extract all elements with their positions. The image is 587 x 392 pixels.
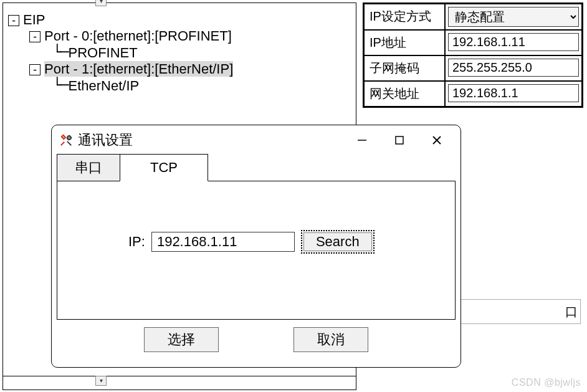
comm-settings-dialog: 通讯设置 串口 TCP IP: Search 选择 取消: [51, 125, 461, 368]
tools-icon: [59, 133, 73, 147]
collapse-icon[interactable]: -: [29, 31, 41, 42]
box-corner-icon: 口: [565, 304, 578, 320]
prop-row-subnet: 子网掩码: [365, 55, 581, 80]
tree-node-port0[interactable]: -Port - 0:[ethernet]:[PROFINET]: [8, 28, 351, 44]
ip-label: IP:: [128, 234, 145, 250]
tree-node-port0-child[interactable]: └─PROFINET: [8, 44, 351, 61]
tab-body-tcp: IP: Search: [57, 181, 456, 320]
tree-node-label: EtherNet/IP: [69, 78, 140, 93]
dialog-button-row: 选择 取消: [52, 327, 461, 361]
tab-serial[interactable]: 串口: [57, 154, 120, 181]
ip-mode-select[interactable]: 静态配置: [448, 7, 579, 27]
search-button[interactable]: Search: [301, 230, 375, 254]
cancel-button[interactable]: 取消: [294, 327, 368, 352]
watermark: CSDN @bjwljs: [512, 377, 581, 388]
tab-bar: 串口 TCP: [52, 155, 461, 181]
tree-connector-icon: └─: [53, 44, 69, 60]
minimize-icon: [356, 134, 368, 146]
tree-node-port1[interactable]: -Port - 1:[ethernet]:[EtherNet/IP]: [8, 61, 351, 77]
dialog-title: 通讯设置: [78, 131, 133, 150]
tree-node-root[interactable]: -EIP: [8, 12, 351, 28]
panel-dropdown-arrow[interactable]: ▾: [95, 0, 107, 6]
prop-row-ip-address: IP地址: [365, 29, 581, 55]
prop-label: IP地址: [365, 31, 446, 55]
svg-rect-1: [396, 136, 403, 144]
select-button[interactable]: 选择: [144, 327, 219, 352]
gateway-input[interactable]: [448, 84, 579, 102]
ip-address-input[interactable]: [448, 33, 579, 51]
tree-connector-icon: └─: [53, 77, 69, 93]
prop-row-gateway: 网关地址: [365, 80, 581, 106]
tree-node-label: EIP: [23, 12, 45, 27]
prop-row-ip-mode: IP设定方式 静态配置: [365, 4, 581, 29]
close-icon: [431, 134, 443, 146]
collapse-icon[interactable]: -: [8, 15, 19, 26]
lower-panel-edge: ▾: [2, 376, 356, 390]
tree-node-port1-child[interactable]: └─EtherNet/IP: [8, 77, 351, 94]
properties-table: IP设定方式 静态配置 IP地址 子网掩码 网关地址: [363, 2, 583, 108]
ip-input[interactable]: [151, 232, 295, 252]
tree-node-label: Port - 0:[ethernet]:[PROFINET]: [44, 28, 232, 44]
close-button[interactable]: [418, 128, 456, 153]
minimize-button[interactable]: [343, 128, 381, 153]
dialog-titlebar[interactable]: 通讯设置: [52, 125, 461, 155]
tree-node-label: PROFINET: [69, 45, 138, 60]
prop-label: 网关地址: [365, 82, 446, 106]
tree-node-label: Port - 1:[ethernet]:[EtherNet/IP]: [44, 61, 233, 77]
panel-dropdown-arrow[interactable]: ▾: [95, 376, 107, 386]
maximize-button[interactable]: [381, 128, 418, 153]
subnet-mask-input[interactable]: [448, 59, 579, 77]
tab-tcp[interactable]: TCP: [120, 154, 208, 181]
prop-label: 子网掩码: [365, 56, 446, 80]
prop-label: IP设定方式: [365, 4, 446, 29]
collapse-icon[interactable]: -: [29, 64, 41, 75]
maximize-icon: [393, 134, 406, 146]
